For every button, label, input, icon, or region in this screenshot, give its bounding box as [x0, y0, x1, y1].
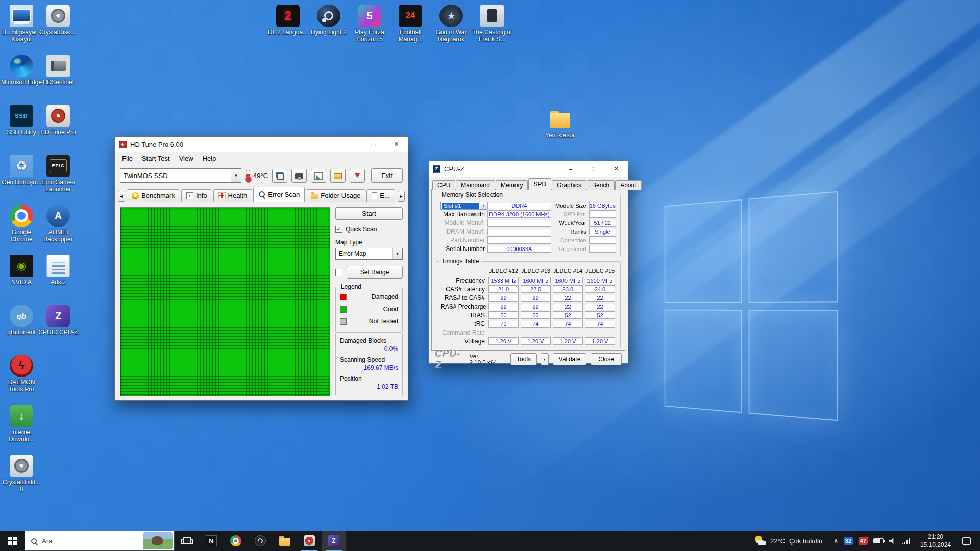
cpuz-app-icon [433, 165, 440, 173]
search-box[interactable]: Ara [24, 531, 175, 551]
desktop-icon-label: Play Forza Horizon 5 [349, 29, 390, 43]
tab-spd[interactable]: SPD [528, 178, 551, 190]
tab-health[interactable]: Health [213, 189, 253, 202]
desktop-icon-dying-light-2[interactable]: Dying Light 2 [308, 2, 349, 51]
tab-erase[interactable]: E... [366, 189, 395, 202]
tab-info[interactable]: Info [181, 189, 212, 202]
set-range-button[interactable]: Set Range [347, 266, 403, 279]
hdtune-app-icon [119, 141, 127, 148]
desktop-icon-dl2-language[interactable]: DL 2 Langua... [267, 2, 308, 51]
timing-value: 1.20 V [521, 337, 551, 345]
field-label: Registered [555, 246, 589, 252]
qbittorrent-icon [10, 305, 33, 327]
taskbar-n-app[interactable] [199, 531, 224, 551]
hdtune-titlebar[interactable]: HD Tune Pro 6.00 [115, 137, 408, 152]
tab-about[interactable]: About [615, 180, 641, 190]
menu-view[interactable]: View [175, 154, 198, 163]
desktop-icon-daemon-tools[interactable]: DAEMON Tools Pro [0, 352, 43, 401]
slot-select-value: Slot #1 [442, 203, 479, 209]
show-desktop-button[interactable] [977, 531, 980, 551]
menu-file[interactable]: File [118, 154, 137, 163]
row-label: Frequency [440, 277, 487, 284]
column-header: JEDEC #14 [553, 268, 583, 275]
taskbar-clock[interactable]: 21:20 15.10.2024 [915, 533, 956, 549]
volume-icon[interactable] [889, 538, 896, 544]
camera-icon [295, 173, 303, 179]
field-label: Serial Number [440, 245, 487, 253]
map-type-select[interactable]: Error Map [335, 248, 403, 260]
options-button[interactable] [330, 169, 346, 183]
desktop-icon-forza-horizon-5[interactable]: Play Forza Horizon 5 [349, 2, 390, 51]
taskbar-hd-tune[interactable] [297, 531, 322, 551]
tab-mainboard[interactable]: Mainboard [456, 180, 495, 190]
desktop-icon-label: Football Manag... [390, 29, 431, 43]
desktop-icon-god-of-war[interactable]: God of War Ragnarok [431, 2, 472, 51]
drive-select[interactable]: TwinMOS SSD [120, 168, 241, 183]
tab-memory[interactable]: Memory [496, 180, 528, 190]
tools-button[interactable]: Tools [510, 353, 536, 365]
timings-row-cas-latency: CAS# Latency 21.0 22.0 23.0 24.0 [440, 285, 616, 293]
close-button[interactable]: Close [591, 353, 622, 365]
tab-scroll-left-icon[interactable]: ◄ [118, 191, 125, 202]
cpuz-titlebar[interactable]: CPU-Z [429, 161, 628, 177]
desktop-icon-cpuid-cpuz[interactable]: CPUID CPU-Z [37, 302, 80, 351]
minimize-icon[interactable] [559, 161, 582, 177]
set-range-checkbox[interactable] [335, 269, 342, 276]
menu-start-test[interactable]: Start Test [138, 154, 174, 163]
action-center-icon[interactable] [962, 537, 971, 545]
battery-icon[interactable] [873, 538, 884, 543]
taskbar-cpu-z[interactable] [322, 531, 346, 551]
start-button[interactable] [0, 531, 24, 551]
tray-overflow-chevron-icon[interactable]: ∧ [834, 537, 838, 544]
desktop-icon-yeni-klasor[interactable]: Yeni klasör [540, 105, 580, 154]
close-icon[interactable] [385, 137, 408, 152]
weather-temp: 22°C [770, 537, 785, 545]
copy-screenshot-button[interactable] [272, 169, 287, 183]
tab-cpu[interactable]: CPU [432, 180, 455, 190]
quick-scan-checkbox[interactable] [335, 226, 342, 233]
desktop-icon-label: HD Tune Pro [40, 129, 76, 136]
sensor-temp-2[interactable]: 47 [859, 537, 868, 545]
taskbar-obs[interactable] [248, 531, 273, 551]
desktop-icon-hdsentinel[interactable]: HDSentinel [37, 52, 80, 101]
sensor-temp-1[interactable]: 32 [844, 537, 853, 545]
save-results-button[interactable] [350, 169, 365, 183]
tab-benchmark[interactable]: Benchmark [127, 189, 180, 202]
desktop-icon-epic-games[interactable]: Epic Games Launcher [37, 152, 80, 201]
desktop-icon-football-manager[interactable]: Football Manag... [390, 2, 431, 51]
start-button[interactable]: Start [335, 207, 403, 220]
maximize-icon[interactable] [362, 137, 385, 152]
slot-select[interactable]: Slot #1 [440, 202, 487, 210]
minimize-icon[interactable] [339, 137, 362, 152]
desktop-icon-casting-frank-stone[interactable]: The Casting of Frank S... [472, 2, 512, 51]
tab-bench[interactable]: Bench [587, 180, 615, 190]
desktop-icon-idm[interactable]: Internet Downlo... [0, 402, 43, 451]
weather-widget[interactable]: 22°C Çok bulutlu [749, 531, 828, 551]
desktop-icon-crystaldiskinfo[interactable]: CrystalDiskI... [37, 2, 80, 51]
validate-button[interactable]: Validate [553, 353, 586, 365]
exit-button[interactable]: Exit [371, 168, 403, 183]
tab-scroll-right-icon[interactable]: ► [398, 191, 405, 202]
desktop-icon-hd-tune-pro[interactable]: HD Tune Pro [37, 102, 80, 151]
document-icon [372, 192, 377, 199]
network-icon[interactable] [902, 538, 910, 544]
desktop-icon-crystaldiskinfo-8[interactable]: CrystalDiskI... 8 [0, 452, 43, 501]
taskbar-task-view[interactable] [175, 531, 199, 551]
search-highlight-image[interactable] [143, 532, 173, 549]
save-image-button[interactable] [311, 169, 326, 183]
close-icon[interactable] [605, 161, 628, 177]
desktop-icon-aomei[interactable]: AOMEI Backupper [37, 202, 80, 251]
timings-row-voltage: Voltage 1.20 V 1.20 V 1.20 V 1.20 V [440, 337, 616, 345]
taskbar-file-explorer[interactable] [273, 531, 297, 551]
tools-dropdown-icon[interactable] [541, 353, 549, 365]
screenshot-button[interactable] [291, 169, 307, 183]
taskbar-chrome[interactable] [224, 531, 248, 551]
menu-help[interactable]: Help [199, 154, 220, 163]
cpuz-body: CPU Mainboard Memory SPD Graphics Bench … [429, 177, 628, 369]
tab-graphics[interactable]: Graphics [552, 180, 586, 190]
desktop-icon-adsiz[interactable]: Adsız [37, 252, 80, 301]
tab-error-scan[interactable]: Error Scan [253, 187, 305, 202]
tab-folder-usage[interactable]: Folder Usage [306, 189, 365, 202]
timing-value: 1533 MHz [488, 277, 519, 284]
field-label: Part Number [440, 237, 487, 244]
